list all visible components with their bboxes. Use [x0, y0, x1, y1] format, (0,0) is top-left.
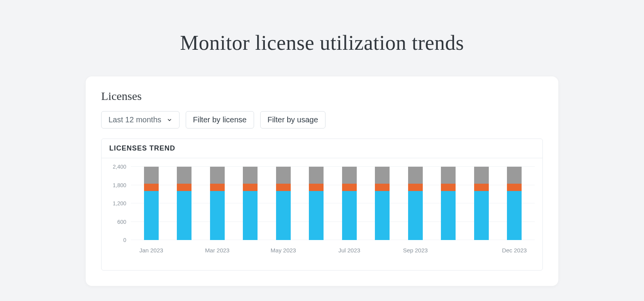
- chart-bar-segment: [408, 167, 423, 184]
- chart-bar-segment: [441, 167, 456, 184]
- chart-bar: [177, 167, 192, 240]
- chart-bar: [507, 167, 522, 240]
- chart-xtick-label: May 2023: [271, 247, 296, 254]
- chart-bar-segment: [474, 167, 489, 184]
- chart-bar: [342, 167, 357, 240]
- chart-bar-segment: [210, 191, 225, 240]
- chart-bar-segment: [507, 191, 522, 240]
- chart-bar-segment: [210, 167, 225, 184]
- chart-xtick-label: Jan 2023: [139, 247, 163, 254]
- chart-bar-segment: [210, 184, 225, 191]
- chart-xtick-label: Mar 2023: [205, 247, 229, 254]
- chart-bar-segment: [177, 167, 192, 184]
- chart-bar-segment: [507, 184, 522, 191]
- chart-xaxis: Jan 2023Mar 2023May 2023Jul 2023Sep 2023…: [131, 240, 535, 259]
- chart-xtick-label: Dec 2023: [502, 247, 527, 254]
- chart-bar-segment: [276, 184, 291, 191]
- range-dropdown-label: Last 12 months: [108, 115, 161, 124]
- chart-xtick-label: Sep 2023: [403, 247, 428, 254]
- chart-bar-segment: [408, 191, 423, 240]
- chart-bar-segment: [309, 191, 324, 240]
- chart-body: 06001,2001,8002,400 Jan 2023Mar 2023May …: [102, 158, 542, 270]
- chart-bar-segment: [441, 191, 456, 240]
- chart-bar: [375, 167, 390, 240]
- chevron-down-icon: [167, 117, 172, 123]
- chart-bar-segment: [243, 184, 258, 191]
- chart-ytick-label: 2,400: [113, 164, 126, 170]
- chart-bar-segment: [375, 167, 390, 184]
- page-title: Monitor license utilization trends: [0, 31, 644, 55]
- filter-usage-label: Filter by usage: [268, 115, 318, 124]
- chart-bar-segment: [177, 184, 192, 191]
- filter-license-label: Filter by license: [193, 115, 247, 124]
- chart-bar: [144, 167, 159, 240]
- chart-bar: [309, 167, 324, 240]
- chart-bar-segment: [408, 184, 423, 191]
- chart-bar: [243, 167, 258, 240]
- chart-bar-segment: [375, 184, 390, 191]
- chart-ytick-label: 600: [117, 219, 126, 225]
- chart-title: LICENSES TREND: [102, 139, 542, 158]
- chart-plot: 06001,2001,8002,400: [131, 167, 535, 240]
- chart-bar-segment: [177, 191, 192, 240]
- chart-bar-segment: [276, 191, 291, 240]
- filter-usage-button[interactable]: Filter by usage: [260, 111, 325, 129]
- chart-bar-segment: [375, 191, 390, 240]
- chart-bar-segment: [474, 184, 489, 191]
- chart-bar-segment: [441, 184, 456, 191]
- chart-bar: [474, 167, 489, 240]
- chart-bar-segment: [144, 191, 159, 240]
- chart-bar-segment: [243, 191, 258, 240]
- chart-bar-segment: [342, 167, 357, 184]
- chart-bar: [441, 167, 456, 240]
- chart-bars: [131, 167, 535, 240]
- range-dropdown[interactable]: Last 12 months: [101, 111, 180, 129]
- chart-bar-segment: [243, 167, 258, 184]
- card-title: Licenses: [101, 90, 543, 103]
- chart-bar-segment: [342, 191, 357, 240]
- chart-ytick-label: 0: [123, 237, 126, 243]
- chart-panel: LICENSES TREND 06001,2001,8002,400 Jan 2…: [101, 139, 543, 271]
- licenses-card: Licenses Last 12 months Filter by licens…: [86, 76, 558, 286]
- chart-bar: [408, 167, 423, 240]
- chart-xtick-label: Jul 2023: [338, 247, 360, 254]
- chart-bar-segment: [507, 167, 522, 184]
- chart-ytick-label: 1,800: [113, 182, 126, 188]
- chart-bar-segment: [309, 184, 324, 191]
- chart-bar-segment: [309, 167, 324, 184]
- chart-bar-segment: [474, 191, 489, 240]
- chart-ytick-label: 1,200: [113, 200, 126, 206]
- chart-bar-segment: [342, 184, 357, 191]
- filter-license-button[interactable]: Filter by license: [186, 111, 254, 129]
- chart-bar-segment: [144, 167, 159, 184]
- chart-bar: [210, 167, 225, 240]
- chart-bar: [276, 167, 291, 240]
- chart-bar-segment: [144, 184, 159, 191]
- controls-row: Last 12 months Filter by license Filter …: [101, 111, 543, 129]
- chart-bar-segment: [276, 167, 291, 184]
